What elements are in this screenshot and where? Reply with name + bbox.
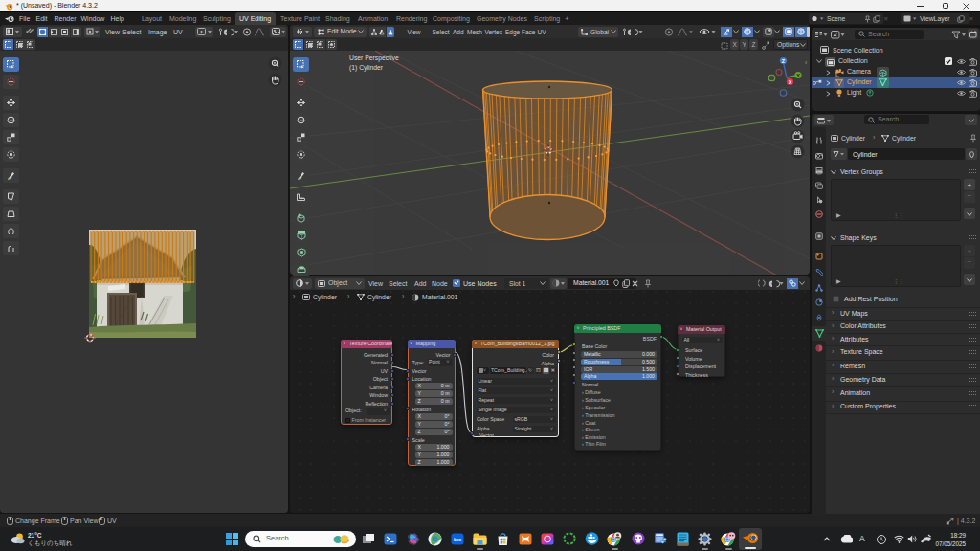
svg-text:box: box: [454, 538, 462, 542]
